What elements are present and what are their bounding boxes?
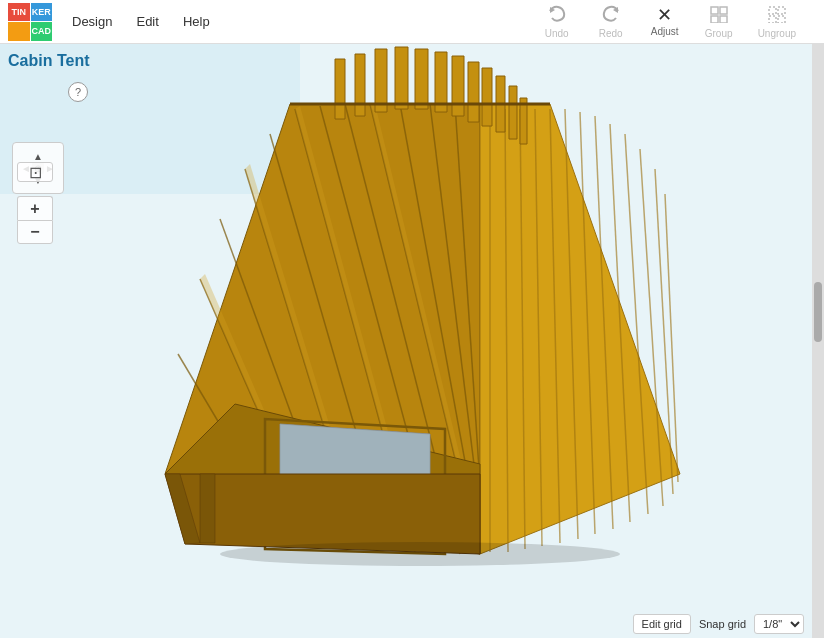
svg-marker-85 <box>200 474 215 543</box>
canvas-area[interactable]: Cabin Tent ? ▲ ◄ ⊕ ► ▼ ⊡ + − <box>0 44 824 638</box>
logo-ker: KER <box>31 3 53 22</box>
svg-rect-6 <box>769 7 776 14</box>
project-title: Cabin Tent <box>8 52 89 70</box>
zoom-in-button[interactable]: + <box>17 196 53 220</box>
svg-rect-9 <box>778 16 785 23</box>
redo-button[interactable]: Redo <box>586 1 636 43</box>
ungroup-icon <box>767 5 787 26</box>
svg-marker-74 <box>395 47 408 109</box>
zoom-out-button[interactable]: − <box>17 220 53 244</box>
menu-design[interactable]: Design <box>60 8 124 35</box>
svg-rect-7 <box>778 7 785 14</box>
svg-rect-4 <box>711 16 718 23</box>
tinkercad-logo[interactable]: TIN KER CAD <box>8 3 52 41</box>
help-button[interactable]: ? <box>68 82 88 102</box>
svg-marker-71 <box>335 59 345 119</box>
redo-icon <box>601 5 621 26</box>
undo-label: Undo <box>545 28 569 39</box>
logo-cad: CAD <box>31 22 53 41</box>
svg-rect-8 <box>769 16 776 23</box>
svg-marker-52 <box>480 104 680 554</box>
svg-point-86 <box>220 542 620 566</box>
compass-blank-tr <box>44 150 56 162</box>
adjust-button[interactable]: ✕ Adjust <box>640 2 690 41</box>
svg-rect-2 <box>711 7 718 14</box>
tent-3d-model[interactable] <box>0 44 824 638</box>
right-scrollbar[interactable] <box>812 44 824 638</box>
main-area: Cabin Tent ? ▲ ◄ ⊕ ► ▼ ⊡ + − <box>0 44 824 638</box>
redo-label: Redo <box>599 28 623 39</box>
compass-up[interactable]: ▲ <box>32 150 44 162</box>
group-button[interactable]: Group <box>694 1 744 43</box>
svg-marker-78 <box>468 62 479 122</box>
adjust-label: Adjust <box>651 26 679 37</box>
view-toggle-button[interactable]: ⊡ <box>17 162 53 182</box>
logo-tin: TIN <box>8 3 30 22</box>
toolbar-actions: Undo Redo ✕ Adjust <box>532 1 806 43</box>
svg-marker-77 <box>452 56 464 116</box>
topbar: TIN KER CAD Design Edit Help Undo <box>0 0 824 44</box>
menu-help[interactable]: Help <box>171 8 222 35</box>
compass-blank-tl <box>20 150 32 162</box>
zoom-controls: + − <box>17 196 53 244</box>
menu-edit[interactable]: Edit <box>124 8 170 35</box>
group-label: Group <box>705 28 733 39</box>
logo-blank <box>8 22 30 41</box>
svg-rect-5 <box>720 16 727 23</box>
view-toggle-icon: ⊡ <box>29 163 42 182</box>
svg-rect-3 <box>720 7 727 14</box>
snap-grid-label: Snap grid <box>699 618 746 630</box>
ungroup-button[interactable]: Ungroup <box>748 1 806 43</box>
group-icon <box>709 5 729 26</box>
svg-marker-75 <box>415 49 428 109</box>
svg-marker-79 <box>482 68 492 126</box>
scrollbar-thumb <box>814 282 822 342</box>
bottom-bar: Edit grid Snap grid 1/8" <box>627 610 810 638</box>
edit-grid-button[interactable]: Edit grid <box>633 614 691 634</box>
undo-button[interactable]: Undo <box>532 1 582 43</box>
snap-grid-select[interactable]: 1/8" <box>754 614 804 634</box>
undo-icon <box>547 5 567 26</box>
adjust-icon: ✕ <box>657 6 672 24</box>
svg-marker-81 <box>509 86 517 139</box>
svg-marker-72 <box>355 54 365 116</box>
ungroup-label: Ungroup <box>758 28 796 39</box>
